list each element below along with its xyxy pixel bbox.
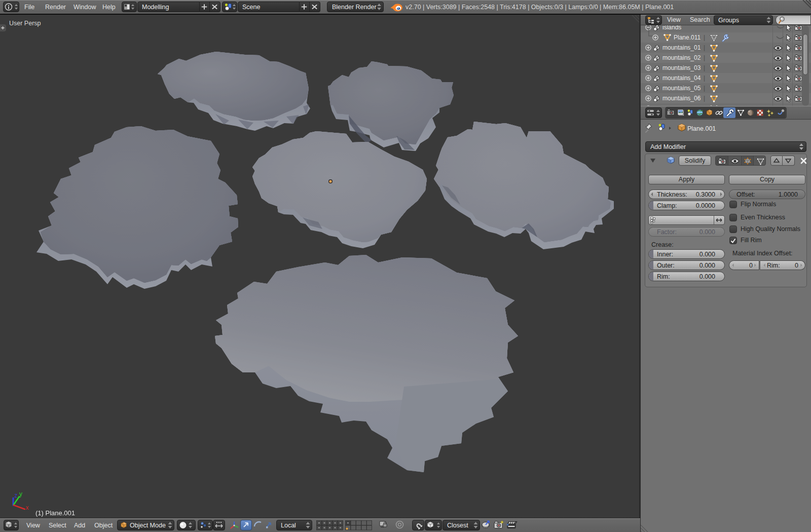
- svg-text:x: x: [26, 504, 29, 511]
- svg-text:z: z: [14, 492, 17, 499]
- svg-text:y: y: [19, 490, 22, 498]
